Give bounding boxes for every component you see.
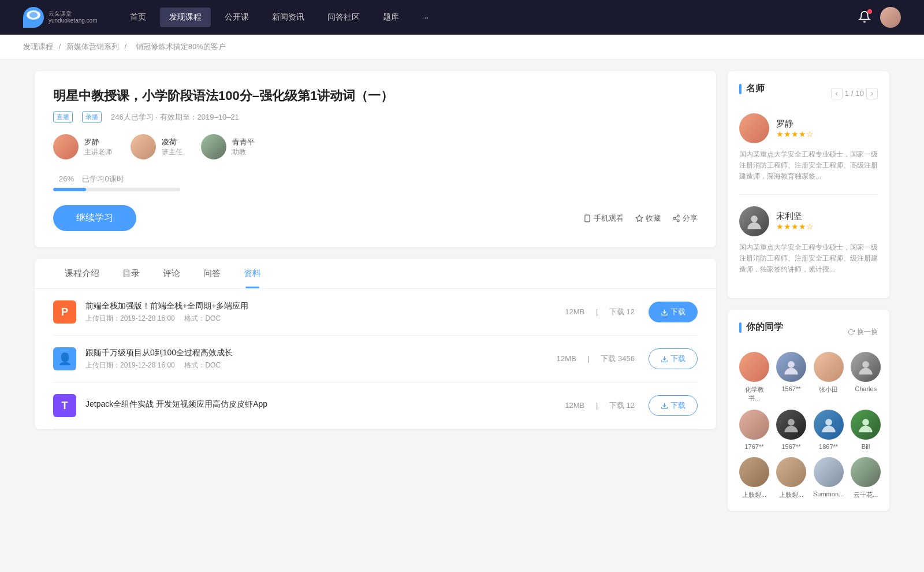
page-prev-button[interactable]: ‹ [831, 88, 843, 99]
student-11: Summon... [813, 457, 844, 499]
student-9: 上肢裂... [739, 457, 769, 499]
teachers-list: 罗静 主讲老师 凌荷 班主任 青青平 助教 [53, 134, 698, 159]
resource-info-2: 跟随千万级项目从0到100全过程高效成长 上传日期：2019-12-28 16:… [85, 348, 543, 370]
progress-fill [53, 188, 86, 191]
student-avatar-9 [739, 457, 769, 487]
svg-point-18 [862, 419, 869, 426]
tab-intro[interactable]: 课程介绍 [53, 259, 111, 288]
sidebar-teacher-2-desc: 国内某重点大学安全工程专业硕士，国家一级注册消防工程师、注册安全工程师、级注册建… [739, 242, 878, 276]
breadcrumb-link-series[interactable]: 新媒体营销系列 [66, 42, 119, 51]
resource-meta-2: 上传日期：2019-12-28 16:00 格式：DOC [85, 361, 543, 370]
sidebar-students-title: 你的同学 [739, 321, 783, 333]
teacher-avatar-3 [201, 134, 226, 159]
breadcrumb: 发现课程 / 新媒体营销系列 / 销冠修炼术搞定80%的客户 [0, 35, 924, 60]
sidebar-teacher-1: 罗静 ★★★★☆ 国内某重点大学安全工程专业硕士，国家一级注册消防工程师、注册安… [739, 113, 878, 195]
resource-icon-2: 👤 [53, 347, 76, 370]
teacher-3: 青青平 助教 [201, 134, 255, 159]
student-7: 1867** [813, 410, 844, 450]
collect-button[interactable]: 收藏 [635, 213, 661, 224]
student-name-6: 1567** [781, 443, 800, 450]
nav-more[interactable]: ··· [413, 8, 438, 27]
logo[interactable]: 云朵课堂 yunduoketang.com [23, 7, 98, 28]
student-name-8: Bill [862, 443, 870, 450]
svg-point-17 [825, 419, 832, 426]
sidebar-students-card: 你的同学 换一换 化学教书... 1567** [728, 310, 889, 511]
svg-point-6 [673, 217, 676, 220]
tab-catalog[interactable]: 目录 [111, 259, 151, 288]
svg-point-16 [788, 419, 795, 426]
download-button-2[interactable]: 下载 [649, 348, 698, 369]
teacher-name-1: 罗静 [84, 137, 112, 147]
teacher-name-2: 凌荷 [162, 137, 182, 147]
sidebar-teachers-header: 名师 ‹ 1 / 10 › [739, 83, 878, 104]
svg-point-15 [862, 361, 869, 368]
student-avatar-8 [851, 410, 881, 440]
student-avatar-4 [851, 352, 881, 382]
svg-point-14 [788, 361, 795, 368]
resource-icon-3: T [53, 394, 76, 417]
student-avatar-5 [739, 410, 769, 440]
download-button-3[interactable]: 下载 [649, 395, 698, 416]
download-button-1[interactable]: 下载 [649, 302, 698, 322]
resource-stats-1: 12MB | 下载 12 [560, 307, 639, 317]
resource-name-1: 前端全栈加强版！前端全栈+全周期+多端应用 [85, 301, 551, 311]
nav-quiz[interactable]: 题库 [374, 8, 408, 27]
mobile-watch-button[interactable]: 手机观看 [583, 213, 624, 224]
svg-point-13 [751, 216, 758, 222]
student-name-12: 云千花... [854, 491, 878, 499]
student-name-2: 1567** [781, 385, 800, 392]
nav-items: 首页 发现课程 公开课 新闻资讯 问答社区 题库 ··· [121, 8, 858, 27]
tab-resource[interactable]: 资料 [232, 259, 273, 288]
progress-section: 26% 已学习0课时 [53, 173, 698, 191]
student-name-3: 张小田 [819, 385, 838, 394]
sidebar-teacher-2-stars: ★★★★☆ [776, 222, 814, 231]
sidebar-teacher-1-header: 罗静 ★★★★☆ [739, 113, 878, 143]
student-3: 张小田 [813, 352, 844, 403]
nav-news[interactable]: 新闻资讯 [263, 8, 314, 27]
student-name-5: 1767** [744, 443, 763, 450]
page-next-button[interactable]: › [866, 88, 878, 99]
user-avatar[interactable] [880, 7, 901, 28]
nav-discover[interactable]: 发现课程 [160, 8, 211, 27]
nav-qa[interactable]: 问答社区 [318, 8, 369, 27]
tab-qa[interactable]: 问答 [192, 259, 232, 288]
resource-info-3: Jetpack全组件实战 开发短视频应用高仿皮皮虾App [85, 399, 551, 412]
continue-study-button[interactable]: 继续学习 [53, 205, 136, 231]
sidebar-teacher-1-desc: 国内某重点大学安全工程专业硕士，国家一级注册消防工程师、注册安全工程师、高级注册… [739, 149, 878, 183]
students-grid: 化学教书... 1567** 张小田 Charles [739, 352, 878, 499]
sidebar-teacher-1-info: 罗静 ★★★★☆ [776, 118, 814, 139]
svg-point-7 [677, 220, 680, 222]
teacher-info-3: 青青平 助教 [232, 137, 255, 157]
course-actions: 继续学习 手机观看 收藏 分享 [53, 205, 698, 231]
nav-home[interactable]: 首页 [121, 8, 155, 27]
student-avatar-6 [776, 410, 806, 440]
student-avatar-7 [814, 410, 844, 440]
breadcrumb-link-discover[interactable]: 发现课程 [23, 42, 53, 51]
refresh-button[interactable]: 换一换 [848, 327, 878, 337]
sidebar-teacher-2-header: 宋利坚 ★★★★☆ [739, 206, 878, 236]
avatar-image [880, 7, 901, 28]
resource-name-2: 跟随千万级项目从0到100全过程高效成长 [85, 348, 543, 358]
sidebar-teacher-2-avatar [739, 206, 769, 236]
sidebar-teacher-1-avatar [739, 113, 769, 143]
teacher-1: 罗静 主讲老师 [53, 134, 112, 159]
sidebar-teacher-1-stars: ★★★★☆ [776, 129, 814, 139]
badge-record: 录播 [82, 112, 102, 122]
notification-bell[interactable] [858, 10, 871, 25]
tab-review[interactable]: 评论 [151, 259, 192, 288]
student-10: 上肢裂... [776, 457, 806, 499]
student-name-11: Summon... [813, 491, 844, 497]
teacher-info-2: 凌荷 班主任 [162, 137, 182, 157]
main-layout: 明星中教授课，小学阶段语法100分–强化级第1讲动词（一） 直播 录播 246人… [12, 60, 912, 534]
badge-live: 直播 [53, 112, 73, 122]
resource-icon-1: P [53, 300, 76, 324]
student-avatar-2 [776, 352, 806, 382]
progress-label: 26% 已学习0课时 [53, 173, 698, 184]
resource-meta-1: 上传日期：2019-12-28 16:00 格式：DOC [85, 314, 551, 324]
svg-line-9 [675, 216, 677, 217]
student-5: 1767** [739, 410, 769, 450]
resource-item: P 前端全栈加强版！前端全栈+全周期+多端应用 上传日期：2019-12-28 … [53, 289, 698, 336]
share-button[interactable]: 分享 [672, 213, 698, 224]
teacher-name-3: 青青平 [232, 137, 255, 147]
nav-open[interactable]: 公开课 [215, 8, 258, 27]
